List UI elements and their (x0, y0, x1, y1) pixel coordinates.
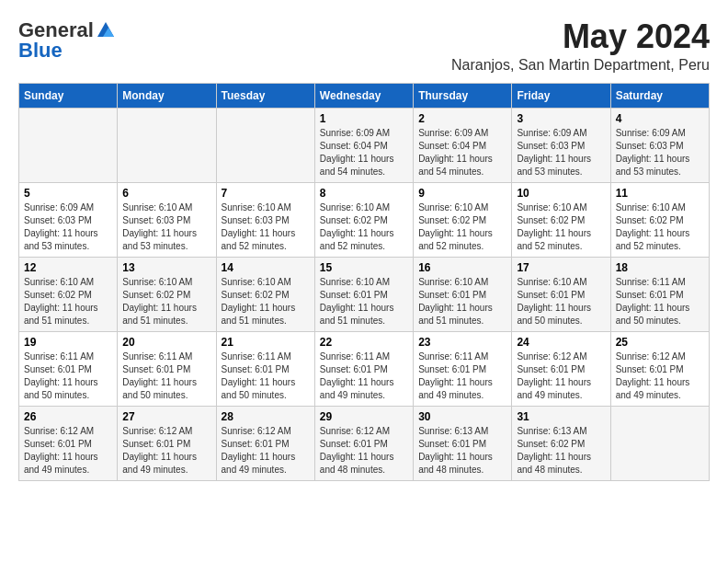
cell-sun-info: Sunrise: 6:09 AMSunset: 6:04 PMDaylight:… (418, 127, 506, 178)
cell-date-number: 26 (24, 410, 112, 423)
cell-date-number: 1 (320, 112, 408, 125)
cell-date-number: 31 (517, 410, 605, 423)
calendar-cell: 2Sunrise: 6:09 AMSunset: 6:04 PMDaylight… (414, 108, 512, 182)
calendar-cell: 13Sunrise: 6:10 AMSunset: 6:02 PMDayligh… (118, 257, 216, 331)
calendar-cell: 24Sunrise: 6:12 AMSunset: 6:01 PMDayligh… (512, 331, 610, 406)
cell-date-number: 8 (320, 187, 408, 200)
calendar-cell: 5Sunrise: 6:09 AMSunset: 6:03 PMDaylight… (19, 182, 118, 257)
day-header-saturday: Saturday (610, 83, 709, 108)
cell-date-number: 5 (24, 187, 112, 200)
cell-sun-info: Sunrise: 6:12 AMSunset: 6:01 PMDaylight:… (320, 425, 408, 477)
cell-date-number: 7 (222, 187, 310, 200)
cell-sun-info: Sunrise: 6:09 AMSunset: 6:03 PMDaylight:… (24, 201, 112, 253)
cell-date-number: 15 (320, 261, 408, 274)
calendar-cell (118, 108, 216, 182)
calendar-cell: 15Sunrise: 6:10 AMSunset: 6:01 PMDayligh… (314, 257, 413, 331)
cell-sun-info: Sunrise: 6:10 AMSunset: 6:01 PMDaylight:… (320, 276, 408, 327)
month-year-title: May 2024 (451, 18, 710, 55)
cell-date-number: 23 (418, 336, 506, 349)
calendar-cell: 12Sunrise: 6:10 AMSunset: 6:02 PMDayligh… (19, 257, 118, 331)
cell-sun-info: Sunrise: 6:10 AMSunset: 6:01 PMDaylight:… (517, 276, 605, 327)
cell-sun-info: Sunrise: 6:11 AMSunset: 6:01 PMDaylight:… (222, 350, 310, 402)
calendar-cell: 10Sunrise: 6:10 AMSunset: 6:02 PMDayligh… (512, 182, 610, 257)
cell-date-number: 14 (222, 261, 310, 274)
calendar-table: SundayMondayTuesdayWednesdayThursdayFrid… (18, 83, 710, 481)
calendar-cell: 20Sunrise: 6:11 AMSunset: 6:01 PMDayligh… (118, 331, 216, 406)
calendar-cell: 29Sunrise: 6:12 AMSunset: 6:01 PMDayligh… (314, 406, 413, 480)
day-header-wednesday: Wednesday (314, 83, 413, 108)
cell-date-number: 13 (122, 261, 210, 274)
cell-date-number: 9 (418, 187, 506, 200)
calendar-cell: 14Sunrise: 6:10 AMSunset: 6:02 PMDayligh… (216, 257, 314, 331)
day-header-sunday: Sunday (19, 83, 118, 108)
calendar-cell: 3Sunrise: 6:09 AMSunset: 6:03 PMDaylight… (512, 108, 610, 182)
cell-date-number: 6 (122, 187, 210, 200)
cell-date-number: 24 (517, 336, 605, 349)
cell-date-number: 11 (616, 187, 704, 200)
cell-date-number: 21 (222, 336, 310, 349)
calendar-cell (610, 406, 709, 480)
calendar-cell: 18Sunrise: 6:11 AMSunset: 6:01 PMDayligh… (610, 257, 709, 331)
cell-date-number: 27 (122, 410, 210, 423)
cell-date-number: 18 (616, 261, 704, 274)
cell-sun-info: Sunrise: 6:12 AMSunset: 6:01 PMDaylight:… (24, 425, 112, 477)
calendar-header-row: SundayMondayTuesdayWednesdayThursdayFrid… (19, 83, 710, 108)
cell-sun-info: Sunrise: 6:10 AMSunset: 6:02 PMDaylight:… (122, 276, 210, 327)
cell-sun-info: Sunrise: 6:13 AMSunset: 6:01 PMDaylight:… (418, 425, 506, 477)
cell-sun-info: Sunrise: 6:10 AMSunset: 6:01 PMDaylight:… (418, 276, 506, 327)
cell-date-number: 12 (24, 261, 112, 274)
calendar-cell (216, 108, 314, 182)
cell-sun-info: Sunrise: 6:10 AMSunset: 6:02 PMDaylight:… (320, 201, 408, 253)
cell-sun-info: Sunrise: 6:10 AMSunset: 6:02 PMDaylight:… (222, 276, 310, 327)
logo-blue-text: Blue (18, 39, 63, 63)
calendar-week-row: 5Sunrise: 6:09 AMSunset: 6:03 PMDaylight… (19, 182, 710, 257)
cell-date-number: 29 (320, 410, 408, 423)
cell-sun-info: Sunrise: 6:10 AMSunset: 6:02 PMDaylight:… (24, 276, 112, 327)
cell-date-number: 25 (616, 336, 704, 349)
cell-date-number: 19 (24, 336, 112, 349)
calendar-cell: 7Sunrise: 6:10 AMSunset: 6:03 PMDaylight… (216, 182, 314, 257)
cell-sun-info: Sunrise: 6:11 AMSunset: 6:01 PMDaylight:… (24, 350, 112, 402)
calendar-cell: 30Sunrise: 6:13 AMSunset: 6:01 PMDayligh… (414, 406, 512, 480)
cell-sun-info: Sunrise: 6:12 AMSunset: 6:01 PMDaylight:… (222, 425, 310, 477)
cell-date-number: 30 (418, 410, 506, 423)
cell-sun-info: Sunrise: 6:11 AMSunset: 6:01 PMDaylight:… (320, 350, 408, 402)
cell-sun-info: Sunrise: 6:12 AMSunset: 6:01 PMDaylight:… (517, 350, 605, 402)
cell-sun-info: Sunrise: 6:10 AMSunset: 6:03 PMDaylight:… (122, 201, 210, 253)
cell-sun-info: Sunrise: 6:10 AMSunset: 6:02 PMDaylight:… (418, 201, 506, 253)
location-subtitle: Naranjos, San Martin Department, Peru (451, 57, 710, 74)
title-block: May 2024 Naranjos, San Martin Department… (451, 18, 710, 74)
cell-date-number: 4 (616, 112, 704, 125)
cell-sun-info: Sunrise: 6:09 AMSunset: 6:03 PMDaylight:… (616, 127, 704, 178)
calendar-cell: 23Sunrise: 6:11 AMSunset: 6:01 PMDayligh… (414, 331, 512, 406)
calendar-cell: 25Sunrise: 6:12 AMSunset: 6:01 PMDayligh… (610, 331, 709, 406)
calendar-cell: 4Sunrise: 6:09 AMSunset: 6:03 PMDaylight… (610, 108, 709, 182)
cell-date-number: 22 (320, 336, 408, 349)
cell-sun-info: Sunrise: 6:12 AMSunset: 6:01 PMDaylight:… (616, 350, 704, 402)
cell-sun-info: Sunrise: 6:09 AMSunset: 6:04 PMDaylight:… (320, 127, 408, 178)
page-header: General Blue May 2024 Naranjos, San Mart… (18, 18, 710, 74)
logo-icon (96, 20, 116, 40)
day-header-tuesday: Tuesday (216, 83, 314, 108)
cell-date-number: 2 (418, 112, 506, 125)
calendar-cell: 28Sunrise: 6:12 AMSunset: 6:01 PMDayligh… (216, 406, 314, 480)
cell-date-number: 17 (517, 261, 605, 274)
calendar-cell: 6Sunrise: 6:10 AMSunset: 6:03 PMDaylight… (118, 182, 216, 257)
cell-sun-info: Sunrise: 6:12 AMSunset: 6:01 PMDaylight:… (122, 425, 210, 477)
cell-sun-info: Sunrise: 6:10 AMSunset: 6:03 PMDaylight:… (222, 201, 310, 253)
calendar-cell: 26Sunrise: 6:12 AMSunset: 6:01 PMDayligh… (19, 406, 118, 480)
calendar-cell: 27Sunrise: 6:12 AMSunset: 6:01 PMDayligh… (118, 406, 216, 480)
cell-sun-info: Sunrise: 6:10 AMSunset: 6:02 PMDaylight:… (517, 201, 605, 253)
calendar-cell: 22Sunrise: 6:11 AMSunset: 6:01 PMDayligh… (314, 331, 413, 406)
cell-sun-info: Sunrise: 6:11 AMSunset: 6:01 PMDaylight:… (418, 350, 506, 402)
day-header-friday: Friday (512, 83, 610, 108)
cell-sun-info: Sunrise: 6:11 AMSunset: 6:01 PMDaylight:… (616, 276, 704, 327)
cell-sun-info: Sunrise: 6:13 AMSunset: 6:02 PMDaylight:… (517, 425, 605, 477)
cell-sun-info: Sunrise: 6:10 AMSunset: 6:02 PMDaylight:… (616, 201, 704, 253)
calendar-cell (19, 108, 118, 182)
cell-date-number: 20 (122, 336, 210, 349)
calendar-cell: 1Sunrise: 6:09 AMSunset: 6:04 PMDaylight… (314, 108, 413, 182)
cell-sun-info: Sunrise: 6:11 AMSunset: 6:01 PMDaylight:… (122, 350, 210, 402)
cell-date-number: 28 (222, 410, 310, 423)
calendar-cell: 17Sunrise: 6:10 AMSunset: 6:01 PMDayligh… (512, 257, 610, 331)
